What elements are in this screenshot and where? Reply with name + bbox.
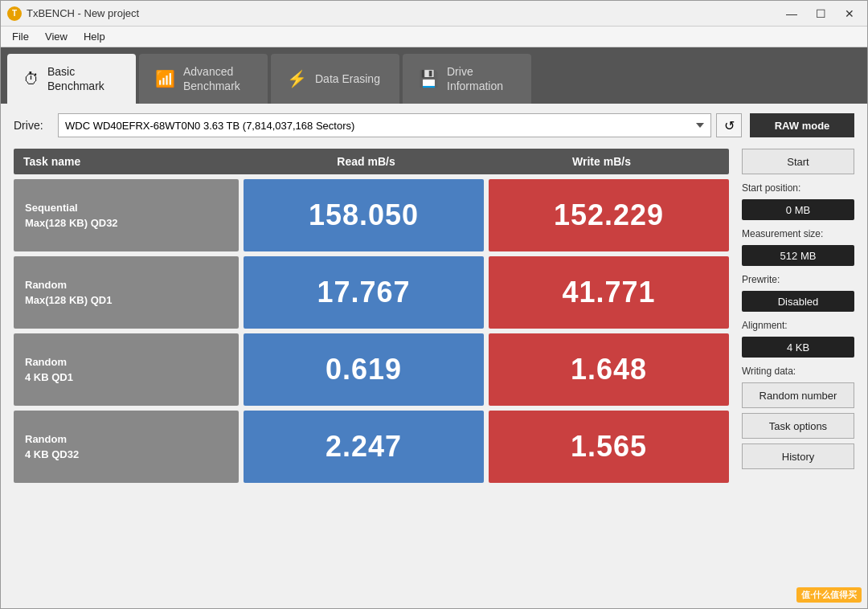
- writing-data-label: Writing data:: [742, 366, 854, 377]
- alignment-value: 4 KB: [742, 337, 854, 358]
- write-value-4: 1.565: [489, 411, 729, 483]
- window-title: TxBENCH - New project: [27, 7, 780, 19]
- write-value-2: 41.771: [489, 256, 729, 329]
- writing-data-button[interactable]: Random number: [742, 382, 854, 408]
- main-content: Drive: WDC WD40EFRX-68WT0N0 3.63 TB (7,8…: [1, 104, 867, 609]
- watermark: 值·什么值得买: [796, 587, 862, 603]
- tab-basic-benchmark[interactable]: ⏱ BasicBenchmark: [7, 54, 136, 104]
- tab-advanced-benchmark[interactable]: 📶 AdvancedBenchmark: [139, 54, 268, 104]
- chart-icon: 📶: [155, 69, 175, 88]
- read-value-4: 2.247: [244, 411, 484, 483]
- alignment-label: Alignment:: [742, 320, 854, 331]
- read-value-1: 158.050: [244, 179, 484, 251]
- start-button[interactable]: Start: [742, 149, 854, 174]
- results-area: Task name Read mB/s Write mB/s Sequentia…: [14, 149, 854, 600]
- start-position-value: 0 MB: [742, 199, 854, 220]
- table-row: RandomMax(128 KB) QD1 17.767 41.771: [14, 256, 729, 329]
- tab-drive-information[interactable]: 💾 DriveInformation: [403, 54, 531, 104]
- drive-row: Drive: WDC WD40EFRX-68WT0N0 3.63 TB (7,8…: [14, 113, 854, 137]
- read-value-3: 0.619: [244, 333, 484, 406]
- header-task: Task name: [23, 155, 248, 168]
- table-row: Random4 KB QD1 0.619 1.648: [14, 333, 729, 406]
- drive-icon: 💾: [419, 69, 439, 88]
- minimize-button[interactable]: —: [780, 6, 803, 22]
- prewrite-value: Disabled: [742, 291, 854, 312]
- task-options-button[interactable]: Task options: [742, 413, 854, 439]
- write-value-1: 152.229: [489, 179, 729, 251]
- task-name-2: RandomMax(128 KB) QD1: [14, 256, 239, 329]
- drive-label: Drive:: [14, 119, 50, 132]
- maximize-button[interactable]: ☐: [809, 6, 832, 22]
- task-name-4: Random4 KB QD32: [14, 411, 239, 483]
- menu-bar: File View Help: [1, 27, 867, 47]
- menu-file[interactable]: File: [4, 29, 37, 44]
- raw-mode-button[interactable]: RAW mode: [750, 113, 854, 137]
- table-row: Random4 KB QD32 2.247 1.565: [14, 411, 729, 483]
- menu-view[interactable]: View: [37, 29, 76, 44]
- tab-advanced-benchmark-label: AdvancedBenchmark: [183, 64, 240, 93]
- timer-icon: ⏱: [23, 70, 39, 88]
- tab-drive-information-label: DriveInformation: [447, 64, 503, 93]
- title-bar: T TxBENCH - New project — ☐ ✕: [1, 1, 867, 27]
- app-icon: T: [7, 6, 22, 21]
- sidebar: Start Start position: 0 MB Measurement s…: [742, 149, 854, 600]
- refresh-button[interactable]: ↺: [716, 113, 742, 137]
- tab-data-erasing-label: Data Erasing: [315, 72, 380, 86]
- table-rows: SequentialMax(128 KB) QD32 158.050 152.2…: [14, 179, 729, 483]
- read-value-2: 17.767: [244, 256, 484, 329]
- header-write: Write mB/s: [484, 155, 719, 168]
- benchmark-table: Task name Read mB/s Write mB/s Sequentia…: [14, 149, 729, 600]
- history-button[interactable]: History: [742, 443, 854, 469]
- task-name-3: Random4 KB QD1: [14, 333, 239, 406]
- erasing-icon: ⚡: [287, 69, 307, 88]
- tab-bar: ⏱ BasicBenchmark 📶 AdvancedBenchmark ⚡ D…: [1, 47, 867, 104]
- drive-select-wrap: WDC WD40EFRX-68WT0N0 3.63 TB (7,814,037,…: [58, 113, 742, 137]
- measurement-size-value: 512 MB: [742, 245, 854, 266]
- menu-help[interactable]: Help: [76, 29, 113, 44]
- table-row: SequentialMax(128 KB) QD32 158.050 152.2…: [14, 179, 729, 251]
- close-button[interactable]: ✕: [838, 6, 861, 22]
- table-header: Task name Read mB/s Write mB/s: [14, 149, 729, 174]
- write-value-3: 1.648: [489, 333, 729, 406]
- prewrite-label: Prewrite:: [742, 274, 854, 285]
- window-controls: — ☐ ✕: [780, 6, 861, 22]
- start-position-label: Start position:: [742, 182, 854, 194]
- task-name-1: SequentialMax(128 KB) QD32: [14, 179, 239, 251]
- drive-select[interactable]: WDC WD40EFRX-68WT0N0 3.63 TB (7,814,037,…: [58, 113, 711, 137]
- header-read: Read mB/s: [248, 155, 484, 168]
- tab-basic-benchmark-label: BasicBenchmark: [47, 64, 104, 93]
- measurement-size-label: Measurement size:: [742, 228, 854, 239]
- tab-data-erasing[interactable]: ⚡ Data Erasing: [271, 54, 399, 104]
